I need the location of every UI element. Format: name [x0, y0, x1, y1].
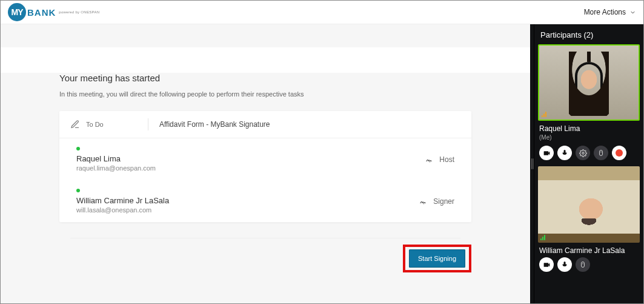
- mouse-icon: [579, 261, 586, 268]
- app-header: MY BANK powered by ONESPAN More Actions: [1, 1, 643, 24]
- more-actions-label: More Actions: [584, 8, 626, 16]
- sidebar-title: Participants (2): [538, 28, 640, 44]
- remote-control-button[interactable]: [576, 257, 590, 272]
- pen-icon: [70, 120, 80, 129]
- participant-row: Raquel Lima raquel.lima@onespan.com Host: [59, 138, 471, 180]
- signal-icon: [540, 234, 545, 240]
- video-meta: (Me): [538, 134, 640, 144]
- svg-rect-3: [582, 262, 585, 268]
- video-name: William Carmine Jr LaSala: [538, 243, 640, 256]
- brand-logo-subtext: powered by ONESPAN: [59, 10, 99, 14]
- participant-role: Signer: [433, 197, 454, 206]
- document-name: Affidavit Form - MyBank Signature: [159, 120, 270, 129]
- more-actions-menu[interactable]: More Actions: [584, 8, 636, 16]
- presence-dot: [76, 189, 80, 192]
- participant-email: raquel.lima@onespan.com: [76, 164, 156, 172]
- camera-button[interactable]: [539, 257, 554, 272]
- task-card: To Do Affidavit Form - MyBank Signature …: [59, 111, 471, 222]
- highlight-annotation: Start Signing: [403, 245, 471, 272]
- signature-icon: [419, 197, 428, 206]
- participant-name: William Carmine Jr LaSala: [76, 196, 169, 205]
- record-icon: [616, 149, 623, 157]
- participant-name: Raquel Lima: [76, 154, 156, 163]
- participant-row: William Carmine Jr LaSala will.lasala@on…: [59, 180, 471, 222]
- brand-logo: MY BANK powered by ONESPAN: [8, 3, 99, 21]
- participants-sidebar: Participants (2) Raquel Lima (Me) Willia…: [534, 24, 643, 303]
- video-feed[interactable]: [538, 166, 640, 243]
- brand-logo-circle: MY: [8, 3, 26, 21]
- todo-label: To Do: [86, 121, 104, 128]
- svg-point-0: [582, 152, 583, 154]
- gear-icon: [579, 149, 587, 157]
- svg-rect-1: [600, 150, 603, 156]
- main-content: Your meeting has started In this meeting…: [1, 24, 530, 303]
- mic-button[interactable]: [557, 257, 572, 272]
- signature-icon: [425, 155, 434, 164]
- presence-dot: [76, 147, 80, 150]
- participant-role: Host: [439, 155, 454, 164]
- video-name: Raquel Lima: [538, 121, 640, 134]
- meeting-title: Your meeting has started: [59, 73, 471, 83]
- video-feed[interactable]: [538, 44, 640, 121]
- mouse-icon: [597, 149, 605, 157]
- video-card-self: Raquel Lima (Me): [538, 44, 640, 160]
- chevron-down-icon: [629, 9, 636, 16]
- signal-icon: [542, 111, 546, 117]
- mic-button[interactable]: [557, 146, 572, 160]
- camera-button[interactable]: [539, 146, 554, 160]
- mic-icon: [561, 261, 568, 268]
- meeting-subtitle: In this meeting, you will direct the fol…: [59, 90, 471, 98]
- divider: [148, 118, 148, 130]
- brand-logo-text: BANK: [27, 7, 56, 18]
- record-button[interactable]: [612, 146, 626, 160]
- participant-email: will.lasala@onespan.com: [76, 206, 169, 214]
- start-signing-button[interactable]: Start Signing: [409, 249, 465, 268]
- remote-control-button[interactable]: [594, 146, 608, 160]
- camera-icon: [543, 261, 551, 269]
- mic-icon: [561, 149, 568, 157]
- camera-icon: [543, 149, 551, 157]
- video-card-peer: William Carmine Jr LaSala: [538, 166, 640, 272]
- settings-button[interactable]: [576, 146, 590, 160]
